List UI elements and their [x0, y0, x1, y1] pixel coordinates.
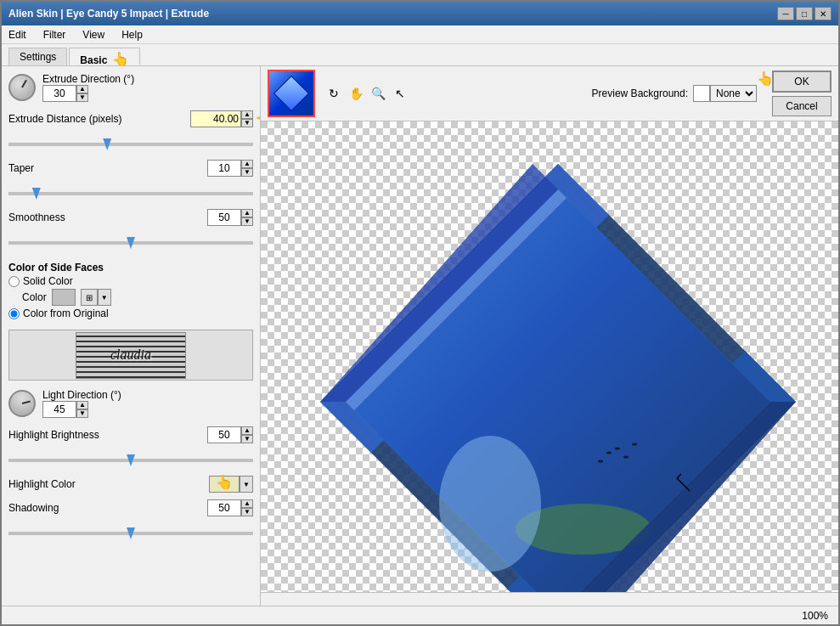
taper-up[interactable]: ▲ [241, 160, 253, 168]
refresh-button[interactable]: ↻ [324, 83, 344, 104]
light-direction-spinbox-btns: ▲ ▼ [76, 401, 88, 418]
extrude-distance-slider-row [8, 136, 253, 153]
highlight-color-label: Highlight Color [8, 478, 209, 490]
highlight-brightness-spinbox: ▲ ▼ [207, 426, 253, 443]
svg-point-14 [606, 452, 612, 454]
status-bar: 100% [2, 606, 838, 624]
h-scrollbar[interactable] [261, 592, 838, 606]
taper-spinbox-btns: ▲ ▼ [241, 160, 253, 177]
light-direction-label: Light Direction (°) [42, 389, 121, 401]
highlight-brightness-down[interactable]: ▼ [241, 435, 253, 443]
refresh-icon: ↻ [329, 87, 339, 100]
extrude-distance-slider[interactable] [8, 143, 253, 146]
zoom-button[interactable]: 🔍 [368, 83, 388, 104]
svg-point-17 [598, 460, 603, 463]
extrude-direction-down[interactable]: ▼ [76, 93, 88, 102]
preview-thumb-box[interactable] [268, 70, 315, 117]
color-side-faces-label: Color of Side Faces [8, 262, 253, 274]
maximize-button[interactable]: □ [796, 7, 813, 20]
shadowing-slider[interactable] [8, 532, 253, 535]
solid-color-row: Solid Color [8, 275, 253, 287]
extrude-distance-spinbox: 👆 ▲ ▼ [190, 110, 253, 127]
solid-color-radio[interactable] [8, 276, 20, 287]
hand-tool-button[interactable]: ✋ [346, 83, 366, 104]
extrude-distance-input[interactable] [190, 110, 241, 127]
taper-slider-row [8, 185, 253, 202]
pointer-button[interactable]: ↖ [390, 83, 410, 104]
color-grid-button[interactable]: ⊞ [81, 289, 98, 306]
preview-bg-swatch [693, 85, 710, 102]
light-direction-dial[interactable] [3, 384, 41, 422]
light-direction-down[interactable]: ▼ [76, 409, 88, 418]
color-from-original-label[interactable]: Color from Original [23, 307, 109, 319]
preview-thumbnail-area: claudia [8, 330, 253, 381]
menu-edit[interactable]: Edit [5, 28, 30, 42]
shadowing-slider-row [8, 525, 253, 542]
smoothness-up[interactable]: ▲ [241, 209, 253, 217]
highlight-color-dropdown[interactable]: ▼ [240, 476, 253, 493]
color-dropdown-button[interactable]: ▼ [98, 289, 111, 306]
color-grid-buttons: ⊞ ▼ [81, 289, 111, 306]
light-direction-section: Light Direction (°) ▲ ▼ [8, 389, 253, 418]
extrude-direction-section: Extrude Direction (°) ▲ ▼ [8, 73, 253, 102]
extrude-distance-row: Extrude Distance (pixels) 👆 ▲ ▼ [8, 110, 253, 127]
color-from-original-row: Color from Original [8, 307, 253, 319]
shadowing-spinbox-btns: ▲ ▼ [241, 499, 253, 516]
preview-thumbnail: claudia [76, 332, 186, 379]
color-swatch[interactable] [52, 289, 76, 306]
smoothness-row: Smoothness ▲ ▼ [8, 209, 253, 226]
taper-down[interactable]: ▼ [241, 168, 253, 177]
shadowing-label: Shadowing [8, 502, 207, 514]
highlight-color-controls: 👆 ▼ [209, 476, 253, 493]
shadowing-up[interactable]: ▲ [241, 499, 253, 508]
menu-view[interactable]: View [79, 28, 108, 42]
close-button[interactable]: ✕ [815, 7, 832, 20]
menu-filter[interactable]: Filter [40, 28, 70, 42]
taper-label: Taper [8, 162, 207, 174]
ok-button[interactable]: OK 👆 [772, 70, 832, 93]
shadowing-input[interactable] [207, 499, 241, 516]
extrude-distance-down[interactable]: ▼ [241, 119, 253, 127]
highlight-brightness-label: Highlight Brightness [8, 429, 207, 441]
thumb-diamond [273, 76, 309, 111]
shadowing-spinbox: ▲ ▼ [207, 499, 253, 516]
extrude-direction-dial[interactable] [8, 74, 36, 101]
extrude-direction-label: Extrude Direction (°) [42, 73, 134, 85]
color-from-original-radio[interactable] [8, 308, 20, 319]
extrude-direction-spinbox: ▲ ▼ [42, 85, 134, 102]
solid-color-label[interactable]: Solid Color [23, 275, 73, 287]
extrude-distance-up[interactable]: ▲ [241, 110, 253, 119]
light-direction-input[interactable] [42, 401, 76, 418]
preview-bg-select[interactable]: None [710, 85, 757, 102]
highlight-brightness-up[interactable]: ▲ [241, 426, 253, 435]
smoothness-spinbox-btns: ▲ ▼ [241, 209, 253, 226]
minimize-button[interactable]: ─ [777, 7, 794, 20]
tab-basic[interactable]: Basic 👆 [69, 48, 139, 65]
extrude-direction-controls: Extrude Direction (°) ▲ ▼ [42, 73, 134, 102]
taper-input[interactable] [207, 160, 241, 177]
svg-point-16 [623, 456, 629, 459]
menu-help[interactable]: Help [118, 28, 146, 42]
smoothness-down[interactable]: ▼ [241, 217, 253, 226]
smoothness-label: Smoothness [8, 211, 207, 223]
highlight-brightness-slider-row [8, 452, 253, 469]
taper-row: Taper ▲ ▼ [8, 160, 253, 177]
tab-settings[interactable]: Settings [8, 48, 67, 65]
extrude-direction-input[interactable] [42, 85, 76, 102]
smoothness-slider[interactable] [8, 241, 253, 245]
extrude-direction-up[interactable]: ▲ [76, 85, 88, 93]
taper-slider[interactable] [8, 192, 253, 195]
right-panel: ↻ ✋ 🔍 ↖ Preview Background: [261, 66, 838, 606]
svg-point-13 [439, 436, 541, 572]
smoothness-input[interactable] [207, 209, 241, 226]
highlight-color-row: Highlight Color 👆 ▼ [8, 476, 253, 493]
cancel-button[interactable]: Cancel [772, 96, 832, 116]
window-title: Alien Skin | Eye Candy 5 Impact | Extrud… [8, 8, 209, 20]
shadowing-down[interactable]: ▼ [241, 508, 253, 516]
highlight-brightness-slider[interactable] [8, 459, 253, 462]
light-direction-spinbox: ▲ ▼ [42, 401, 121, 418]
window-controls: ─ □ ✕ [777, 7, 832, 20]
highlight-brightness-input[interactable] [207, 426, 241, 443]
light-direction-up[interactable]: ▲ [76, 401, 88, 409]
light-direction-controls: Light Direction (°) ▲ ▼ [42, 389, 121, 418]
